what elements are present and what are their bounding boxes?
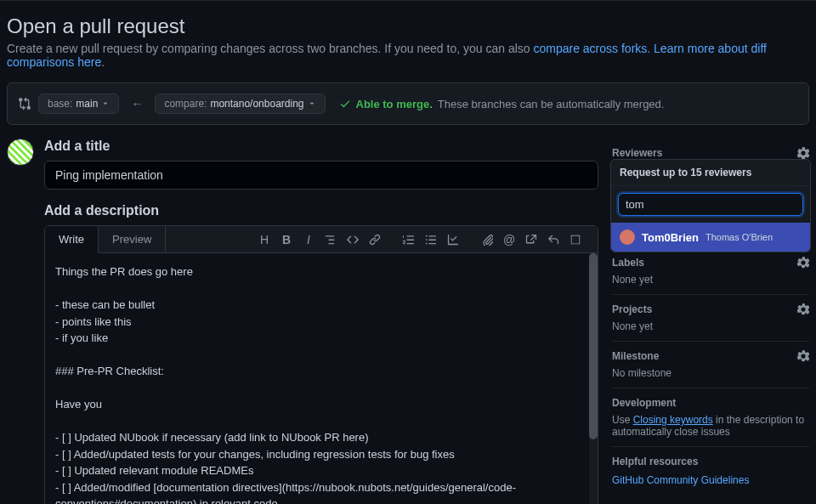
reviewer-fullname: Thomas O'Brien [706,232,773,242]
labels-title: Labels [612,257,644,269]
attach-icon[interactable] [477,229,497,250]
chevron-down-icon [308,99,316,108]
reviewer-avatar [620,229,635,245]
projects-title: Projects [612,303,652,315]
description-label: Add a description [44,203,598,218]
reply-icon[interactable] [543,229,564,250]
editor-box: Write Preview H B I [44,225,598,504]
reviewer-search-input[interactable] [618,193,803,216]
milestone-none: No milestone [612,367,809,379]
compare-branch-button[interactable]: compare: montano/onboarding [155,93,325,114]
mention-icon[interactable]: @ [499,229,519,250]
page-subtitle: Create a new pull request by comparing c… [7,42,809,69]
reviewers-popup: Request up to 15 reviewers Tom0Brien Tho… [610,159,811,252]
merge-auto-text: These branches can be automatically merg… [438,98,665,110]
title-input[interactable] [44,161,598,190]
page-title: Open a pull request [7,14,809,38]
italic-icon[interactable]: I [298,229,319,250]
community-guidelines-link[interactable]: GitHub Community Guidelines [612,474,749,486]
subtitle-period: . [101,55,105,69]
code-icon[interactable] [343,229,363,250]
reviewers-title: Reviewers [612,147,662,159]
scrollbar-track[interactable] [589,253,598,504]
base-label: base: [48,98,72,110]
labels-section: Labels None yet [612,248,809,295]
projects-none: None yet [612,320,809,332]
cross-reference-icon[interactable] [521,229,541,250]
popup-header: Request up to 15 reviewers [611,160,810,186]
development-title: Development [612,397,676,409]
resources-title: Helpful resources [612,456,698,467]
heading-icon[interactable]: H [254,229,275,250]
compare-value: montano/onboarding [210,98,303,110]
labels-none: None yet [612,274,809,286]
merge-status: Able to merge. These branches can be aut… [339,98,665,110]
base-value: main [76,98,98,110]
closing-keywords-link[interactable]: Closing keywords [633,414,713,426]
description-textarea[interactable] [45,253,598,504]
git-compare-icon [18,97,31,110]
diff-icon[interactable] [565,229,586,250]
compare-bar: base: main ← compare: montano/onboarding… [7,82,809,125]
editor-toolbar: H B I [166,226,598,252]
gear-icon[interactable] [797,350,809,362]
milestone-section: Milestone No milestone [612,342,809,388]
reviewer-result-item[interactable]: Tom0Brien Thomas O'Brien [611,223,810,252]
avatar [7,139,34,166]
ordered-list-icon[interactable] [399,229,419,250]
subtitle-dot: . [647,42,654,55]
scrollbar-thumb[interactable] [589,253,598,439]
arrow-left-icon: ← [126,97,148,110]
gear-icon[interactable] [797,303,809,315]
quote-icon[interactable] [320,229,341,250]
tab-write[interactable]: Write [45,226,99,253]
base-branch-button[interactable]: base: main [38,93,119,114]
bold-icon[interactable]: B [276,229,297,250]
gear-icon[interactable] [797,257,809,269]
check-icon [339,98,351,110]
link-icon[interactable] [365,229,385,250]
development-section: Development Use Closing keywords in the … [612,388,809,447]
projects-section: Projects None yet [612,295,809,342]
gear-icon[interactable] [797,147,809,159]
dev-prefix: Use [612,414,633,426]
tasklist-icon[interactable] [443,229,463,250]
unordered-list-icon[interactable] [421,229,441,250]
chevron-down-icon [101,99,110,108]
development-text: Use Closing keywords in the description … [612,414,809,438]
reviewer-username: Tom0Brien [642,231,699,244]
subtitle-text: Create a new pull request by comparing c… [7,42,533,55]
compare-label: compare: [164,98,207,110]
tab-preview[interactable]: Preview [99,226,166,252]
resources-section: Helpful resources GitHub Community Guide… [612,447,809,495]
reviewers-section: Reviewers Request up to 15 reviewers Tom… [612,139,809,173]
milestone-title: Milestone [612,350,659,362]
compare-forks-link[interactable]: compare across forks [533,42,647,55]
merge-able-text: Able to merge. [356,98,433,110]
title-label: Add a title [44,139,598,154]
